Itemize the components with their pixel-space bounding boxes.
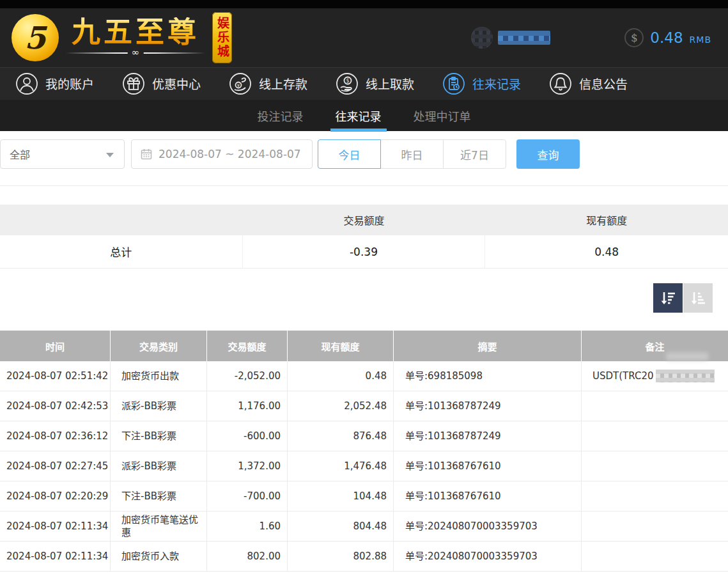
cell-amount: -2,052.00: [207, 361, 288, 391]
cell-amount: -700.00: [207, 481, 288, 511]
svg-text:$: $: [346, 78, 350, 84]
nav-item-announcements[interactable]: 信息公告: [549, 72, 628, 95]
sort-descending-button[interactable]: [653, 283, 683, 313]
svg-text:¥: ¥: [237, 83, 240, 88]
censored-remark: [656, 370, 715, 382]
table-row: 2024-08-07 02:51:42 加密货币出款 -2,052.00 0.4…: [0, 361, 728, 391]
col-header-amount: 交易额度: [207, 331, 288, 361]
nav-label: 线上存款: [259, 75, 307, 92]
cell-type: 加密货币入款: [111, 542, 207, 571]
summary-header-amount: 交易额度: [243, 205, 486, 235]
summary-header-empty: [0, 205, 243, 235]
quick-date-group: 今日 昨日 近7日: [318, 139, 506, 169]
cell-amount: 1.60: [207, 512, 288, 541]
separator-line: [0, 185, 728, 186]
user-area[interactable]: [471, 27, 550, 49]
chevron-down-icon: [106, 153, 114, 157]
remark-text: USDT(TRC20: [592, 370, 653, 382]
nav-label: 往来记录: [472, 75, 521, 92]
cell-time: 2024-08-07 02:20:29: [0, 481, 111, 511]
cell-time: 2024-08-07 02:36:12: [0, 421, 111, 451]
summary-total-balance: 0.48: [485, 235, 728, 268]
cell-summary: 单号:101368767610: [394, 451, 582, 481]
tab-label: 处理中订单: [414, 107, 471, 124]
censor-blob: [666, 352, 708, 361]
nav-item-my-account[interactable]: 我的账户: [15, 72, 94, 95]
tab-transaction-records[interactable]: 往来记录: [332, 100, 385, 132]
nav-item-deposit[interactable]: ¥ 线上存款: [229, 72, 307, 95]
cell-balance: 2,052.48: [288, 391, 394, 421]
table-row: 2024-08-07 02:36:12 下注-BB彩票 -600.00 876.…: [0, 421, 728, 451]
summary-table: 交易额度 现有额度 总计 -0.39 0.48: [0, 205, 728, 269]
sort-button-group: [653, 283, 713, 313]
cell-remark: [582, 481, 728, 511]
cell-remark: [582, 421, 728, 451]
balance-area[interactable]: $ 0.48 RMB: [624, 28, 711, 47]
table-row: 2024-08-07 02:27:45 派彩-BB彩票 1,372.00 1,4…: [0, 451, 728, 481]
site-logo[interactable]: 5 九五至尊 ∞ 娱乐城: [12, 12, 232, 63]
tab-pending-orders[interactable]: 处理中订单: [410, 100, 475, 132]
cell-balance: 1,476.48: [288, 451, 394, 481]
nav-label: 优惠中心: [152, 75, 201, 92]
balance-currency: RMB: [690, 31, 711, 45]
col-header-time: 时间: [0, 331, 111, 361]
quick-button-today[interactable]: 今日: [318, 139, 381, 169]
sort-ascending-button[interactable]: [683, 283, 713, 313]
col-header-type: 交易类别: [111, 331, 207, 361]
table-row: 2024-08-07 02:42:53 派彩-BB彩票 1,176.00 2,0…: [0, 391, 728, 421]
cell-amount: -600.00: [207, 421, 288, 451]
tab-betting-records[interactable]: 投注记录: [254, 100, 307, 132]
cell-remark: [582, 391, 728, 421]
calendar-icon: [141, 148, 152, 160]
table-row: 2024-08-07 02:20:29 下注-BB彩票 -700.00 104.…: [0, 481, 728, 512]
date-range-input[interactable]: 2024-08-07 ~ 2024-08-07: [131, 139, 313, 169]
gift-icon: [122, 72, 145, 95]
nav-label: 线上取款: [366, 75, 414, 92]
quick-button-yesterday[interactable]: 昨日: [380, 139, 444, 169]
cell-type: 加密货币笔笔送优惠: [111, 512, 207, 541]
cell-balance: 104.48: [288, 481, 394, 511]
cell-type: 下注-BB彩票: [111, 481, 207, 511]
withdraw-icon: $: [336, 72, 359, 95]
deposit-icon: ¥: [229, 72, 252, 95]
nav-item-withdraw[interactable]: $ 线上取款: [336, 72, 414, 95]
main-header: 5 九五至尊 ∞ 娱乐城 $ 0.48 RMB: [0, 8, 728, 67]
brand-badge: 娱乐城: [212, 12, 232, 63]
cell-time: 2024-08-07 02:11:34: [0, 542, 111, 571]
cell-summary: 单号:202408070003359703: [394, 542, 582, 571]
cell-amount: 802.00: [207, 542, 288, 571]
type-select[interactable]: 全部: [0, 139, 125, 169]
summary-header-row: 交易额度 现有额度: [0, 205, 728, 235]
cell-balance: 876.48: [288, 421, 394, 451]
avatar: [471, 27, 493, 49]
summary-header-balance: 现有额度: [485, 205, 728, 235]
balance-value: 0.48: [650, 29, 683, 46]
cell-amount: 1,176.00: [207, 391, 288, 421]
cell-type: 加密货币出款: [111, 361, 207, 391]
cell-balance: 804.48: [288, 512, 394, 541]
cell-time: 2024-08-07 02:27:45: [0, 451, 111, 481]
query-button[interactable]: 查询: [516, 139, 580, 169]
table-header-row: 时间 交易类别 交易额度 现有额度 摘要 备注: [0, 331, 728, 361]
logo-flourish: ∞: [65, 48, 206, 58]
tab-bar: 投注记录 往来记录 处理中订单: [0, 99, 728, 131]
nav-label: 信息公告: [579, 75, 628, 92]
table-body: 2024-08-07 02:51:42 加密货币出款 -2,052.00 0.4…: [0, 361, 728, 572]
logo-emblem-icon: 5: [12, 14, 59, 61]
summary-total-label: 总计: [0, 235, 243, 268]
tab-label: 往来记录: [336, 107, 382, 124]
col-header-summary: 摘要: [394, 331, 582, 361]
col-header-balance: 现有额度: [288, 331, 394, 361]
active-tab-underline: [330, 129, 387, 132]
page: 5 九五至尊 ∞ 娱乐城 $ 0.48 RMB: [0, 0, 728, 578]
main-nav: 我的账户 优惠中心 ¥ 线上存款 $ 线上取款: [0, 67, 728, 99]
quick-button-last7days[interactable]: 近7日: [443, 139, 506, 169]
cell-time: 2024-08-07 02:51:42: [0, 361, 111, 391]
nav-item-transaction-records[interactable]: 往来记录: [442, 72, 521, 95]
account-icon: [15, 72, 38, 95]
transactions-table: 时间 交易类别 交易额度 现有额度 摘要 备注 2024-08-07 02:51…: [0, 331, 728, 572]
cell-summary: 单号:101368767610: [394, 481, 582, 511]
cell-summary: 单号:202408070003359703: [394, 512, 582, 541]
tab-label: 投注记录: [258, 107, 304, 124]
nav-item-promotions[interactable]: 优惠中心: [122, 72, 201, 95]
